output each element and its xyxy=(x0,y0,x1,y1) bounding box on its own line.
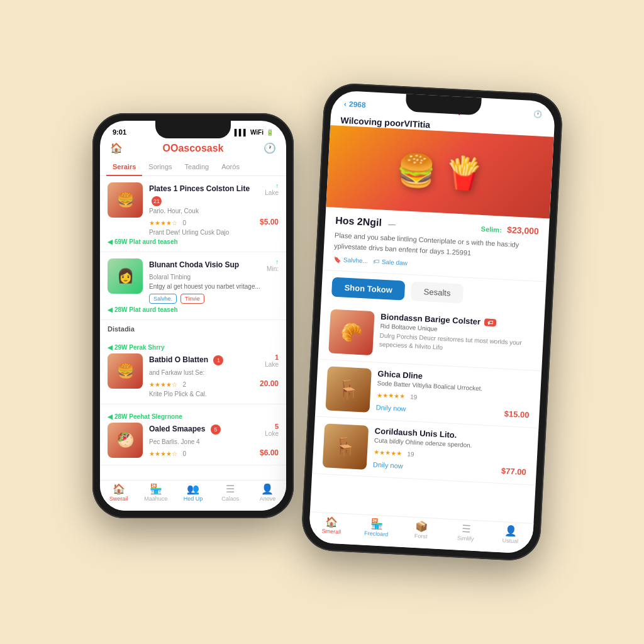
tabs-left: Serairs Sorings Teading Aorós xyxy=(100,158,286,176)
nav-icon-home-right: 🏠 xyxy=(325,517,338,528)
nav-anove[interactable]: 👤 Anove xyxy=(249,484,286,502)
nav-label-swerail: Swerail xyxy=(109,496,128,502)
badge-tag-1: 🏷 xyxy=(484,318,497,326)
listing-title-2: Blunant Choda Visio Sup xyxy=(149,260,239,269)
nav-simlify[interactable]: ☰ Simlify xyxy=(443,523,489,543)
nav-label-anove: Anove xyxy=(260,496,276,502)
screen-left: 9:01 ▌▌▌ WiFi 🔋 🏠 OOascosask 🕐 Serairs S… xyxy=(100,121,286,511)
listing-sub-3: and Farkaw lust Se: xyxy=(149,369,279,376)
nav-icon-hedup: 👥 xyxy=(187,484,199,494)
section-distadia: Distadia xyxy=(100,320,286,335)
app-logo-left: OOascosask xyxy=(163,143,224,154)
phone-left: 9:01 ▌▌▌ WiFi 🔋 🏠 OOascosask 🕐 Serairs S… xyxy=(92,113,294,518)
bottom-nav-left: 🏠 Swerail 🏪 Maahuce 👥 Hed Up ☰ Calaos 👤 xyxy=(100,480,286,511)
nav-frecloard[interactable]: 🏪 Frecloard xyxy=(353,518,399,538)
listing-badge-4: 5 xyxy=(211,425,221,435)
hero-image: 🍔 🍟 xyxy=(326,125,553,218)
nearby-label-1: ◀ 69W Plat aurd teaseh xyxy=(108,238,279,245)
nav-maahuce[interactable]: 🏪 Maahuce xyxy=(137,484,174,502)
listing-info-3: Batbid O Blatten 1 1 Lake and Farkaw lus… xyxy=(149,353,279,397)
nav-hedup[interactable]: 👥 Hed Up xyxy=(174,484,211,502)
nav-label-forst: Forst xyxy=(414,533,428,540)
right-info-2: Ghica Dline Sode Batter Viltiylia Boalic… xyxy=(375,369,531,420)
nav-icon-frecloard: 🏪 xyxy=(370,519,383,530)
chevron-left-icon: ‹ xyxy=(344,99,347,108)
listing-sub-2: Bolaral Tinbing xyxy=(149,274,279,280)
nav-label-simlify: Simlify xyxy=(457,535,474,542)
featured-price-label: Selim: xyxy=(480,225,502,234)
action-tag-1[interactable]: Salvhe. xyxy=(149,294,177,304)
app-header-left: 🏠 OOascosask 🕐 xyxy=(100,138,286,158)
wifi-icon: WiFi xyxy=(250,129,264,136)
listing-count-4: 0 xyxy=(182,450,186,457)
back-button[interactable]: ‹ 2968 xyxy=(344,99,366,109)
sale-icon: 🏷 xyxy=(373,258,380,265)
right-listing-3: 🪑 Corildaush Unis Lito. Cuta bildly Ohli… xyxy=(312,416,538,486)
listing-info-4: Oaled Smaapes 5 5 Loke Pec Barlis. Jone … xyxy=(149,423,279,458)
listing-badge-1: 21 xyxy=(152,196,162,206)
listing-stars-1: ★★★★☆ xyxy=(149,219,177,226)
nav-icon-ustual: 👤 xyxy=(504,526,518,536)
daily-now-2: Dnily now xyxy=(375,403,406,412)
daily-now-3: Dnily now xyxy=(373,460,403,469)
listing-thumb-1: 🍔 xyxy=(108,182,143,218)
listing-desc-2: Entgy al get houest you narbet vritage..… xyxy=(149,282,279,291)
listing-card-1: 🍔 Plates 1 Pinces Colston Lite 21 ↑ Lake xyxy=(100,176,286,252)
nav-swerail[interactable]: 🏠 Swerail xyxy=(100,484,137,502)
listing-thumb-2: 👩 xyxy=(108,258,143,294)
signal-icon: ▌▌▌ xyxy=(235,129,248,136)
nav-ustual[interactable]: 👤 Ustual xyxy=(488,525,534,545)
nav-icon-home: 🏠 xyxy=(113,484,125,494)
listing-extra-3: Krite Plo Plick & Cal. xyxy=(149,391,279,397)
featured-action-1[interactable]: 🔖 Salvhe... xyxy=(333,256,368,265)
listing-extra-1: Prant Dew! Urling Cusk Dajo xyxy=(149,229,279,236)
listing-stars-3: ★★★★☆ xyxy=(149,381,177,388)
home-icon[interactable]: 🏠 xyxy=(110,142,123,154)
listing-info-1: Plates 1 Pinces Colston Lite 21 ↑ Lake P… xyxy=(149,182,279,236)
clock-icon[interactable]: 🕐 xyxy=(264,142,276,154)
nav-calaos[interactable]: ☰ Calaos xyxy=(212,484,249,502)
featured-action-2[interactable]: 🏷 Sale daw xyxy=(373,258,408,267)
nav-forst[interactable]: 📦 Forst xyxy=(398,521,444,541)
listing-thumb-3: 🍔 xyxy=(108,353,143,389)
save-icon: 🔖 xyxy=(333,256,341,264)
action-tag-2[interactable]: Tinvie xyxy=(180,294,204,304)
status-icons-left: ▌▌▌ WiFi 🔋 xyxy=(235,129,274,136)
nearby-label-2: ◀ 28W Plat aurd teaseh xyxy=(108,306,279,313)
right-info-3: Corildaush Unis Lito. Cuta bildly Ohline… xyxy=(373,426,528,477)
listing-title-4: Oaled Smaapes xyxy=(149,425,205,433)
listing-title-1: Plates 1 Pinces Colston Lite xyxy=(149,184,250,193)
nav-label-maahuce: Maahuce xyxy=(144,496,167,502)
listing-stars-4: ★★★★☆ xyxy=(149,450,177,457)
listing-sub-4: Pec Barlis. Jone 4 xyxy=(149,438,279,445)
right-thumb-1: 🥐 xyxy=(328,309,375,356)
back-label: 2968 xyxy=(349,100,366,109)
nav-label-hedup: Hed Up xyxy=(184,496,203,502)
listing-card-4: ◀ 28W Peehat Slegrnone 🥙 Oaled Smaapes 5… xyxy=(100,404,286,465)
phone-right: ‹ 2968 .3stap 🕐 Wilcoving poorVITitia 🍔 … xyxy=(301,82,564,562)
nav-label-frecloard: Frecloard xyxy=(364,530,388,538)
nav-smerall[interactable]: 🏠 Smerall xyxy=(309,516,355,536)
listing-card-3: ◀ 29W Perak Shrry 🍔 Batbid O Blatten 1 1 xyxy=(100,335,286,404)
cta-primary-button[interactable]: Shon Tokow xyxy=(331,277,406,301)
listing-badge-3: 1 xyxy=(213,355,223,365)
tab-sorings[interactable]: Sorings xyxy=(142,158,178,175)
tab-teading[interactable]: Teading xyxy=(179,158,216,175)
nav-icon-simlify: ☰ xyxy=(462,524,471,535)
nav-icon-store: 🏪 xyxy=(150,484,162,494)
nav-icon-menu: ☰ xyxy=(226,484,235,494)
listing-count-3: 2 xyxy=(182,381,186,388)
status-time-left: 9:01 xyxy=(113,128,126,136)
listing-price-4: $6.00 xyxy=(260,448,279,457)
nav-icon-profile: 👤 xyxy=(261,484,274,494)
tab-aoros[interactable]: Aorós xyxy=(215,158,246,175)
tab-serairs[interactable]: Serairs xyxy=(106,158,142,175)
clock-icon-right[interactable]: 🕐 xyxy=(533,110,543,119)
notch-left xyxy=(155,121,231,138)
cta-secondary-button[interactable]: Sesalts xyxy=(411,281,464,303)
right-price-2: $15.00 xyxy=(504,409,529,419)
right-stars-2: ★★★★★ xyxy=(377,392,406,400)
featured-title: Hos 2Ngil xyxy=(335,215,382,228)
nearby-label-3: ◀ 29W Perak Shrry xyxy=(108,344,279,351)
hero-food-icon: 🍔 🍟 xyxy=(396,152,484,192)
